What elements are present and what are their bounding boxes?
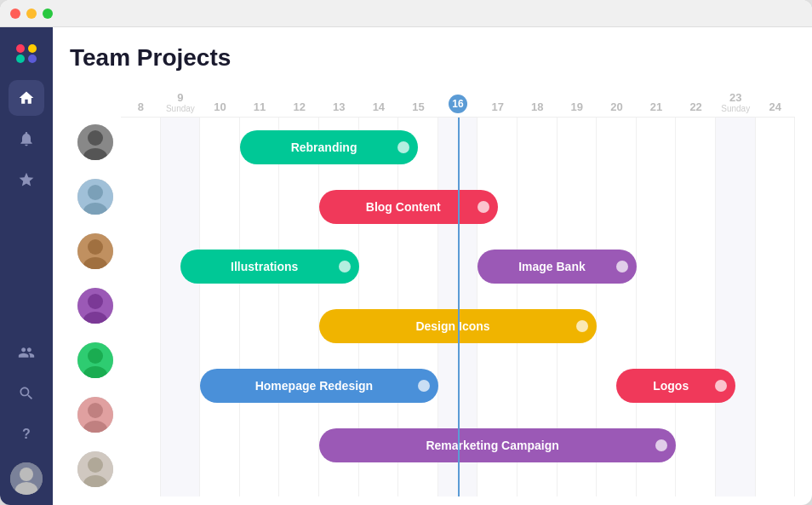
minimize-button[interactable] bbox=[26, 9, 37, 19]
task-dot-rebranding bbox=[397, 141, 409, 153]
timeline-day-23: 23Sunday bbox=[716, 91, 756, 117]
timeline-day-13: 13 bbox=[319, 100, 359, 117]
task-label-rebranding: Rebranding bbox=[291, 141, 357, 154]
sidebar-item-people[interactable] bbox=[9, 335, 44, 370]
task-dot-illustrations bbox=[339, 261, 351, 273]
task-bar-image-bank[interactable]: Image Bank bbox=[477, 250, 636, 284]
today-line bbox=[458, 118, 460, 496]
person-avatar-2 bbox=[77, 179, 113, 215]
task-bar-illustrations[interactable]: Illustrations bbox=[180, 250, 359, 284]
day-number: 20 bbox=[610, 100, 622, 113]
svg-point-5 bbox=[20, 468, 33, 481]
timeline-day-16: 16 bbox=[438, 95, 478, 117]
avatar-cell-6 bbox=[70, 387, 121, 442]
day-number: 17 bbox=[491, 100, 503, 113]
day-number: 19 bbox=[571, 100, 583, 113]
app-window: ? Team Projects bbox=[0, 0, 812, 505]
day-number: 14 bbox=[373, 100, 385, 113]
day-number: 23 bbox=[729, 91, 741, 104]
main-content: Team Projects bbox=[53, 27, 812, 505]
task-bar-logos[interactable]: Logos bbox=[616, 369, 735, 403]
task-dot-remarketing-campaign bbox=[655, 439, 667, 451]
avatar-column bbox=[70, 85, 121, 496]
task-label-homepage-redesign: Homepage Redesign bbox=[255, 379, 373, 393]
user-avatar[interactable] bbox=[10, 462, 43, 495]
task-label-logos: Logos bbox=[653, 379, 689, 393]
sidebar-item-help[interactable]: ? bbox=[9, 416, 44, 452]
person-avatar-1 bbox=[77, 124, 113, 160]
task-label-design-icons: Design Icons bbox=[415, 319, 489, 333]
person-avatar-4 bbox=[77, 288, 113, 324]
svg-point-2 bbox=[16, 55, 25, 63]
timeline-day-17: 17 bbox=[477, 100, 518, 117]
timeline-day-18: 18 bbox=[518, 100, 558, 117]
task-bar-rebranding[interactable]: Rebranding bbox=[240, 130, 419, 164]
svg-point-0 bbox=[16, 44, 25, 53]
avatar-cell-5 bbox=[70, 333, 121, 387]
avatar-cell-2 bbox=[70, 169, 121, 224]
day-number: 24 bbox=[769, 100, 781, 113]
svg-point-26 bbox=[88, 457, 103, 473]
person-avatar-5 bbox=[77, 342, 113, 378]
app-logo[interactable] bbox=[11, 37, 42, 68]
titlebar bbox=[0, 0, 812, 27]
timeline-header: 89Sunday1011121314151617181920212223Sund… bbox=[121, 85, 795, 118]
task-bar-remarketing-campaign[interactable]: Remarketing Campaign bbox=[319, 428, 676, 462]
svg-point-8 bbox=[88, 130, 103, 146]
person-avatar-6 bbox=[77, 397, 113, 433]
sidebar-item-notifications[interactable] bbox=[9, 121, 44, 157]
timeline-day-20: 20 bbox=[597, 100, 637, 117]
app-body: ? Team Projects bbox=[0, 27, 812, 505]
day-number: 10 bbox=[214, 100, 226, 113]
timeline-day-15: 15 bbox=[398, 100, 438, 117]
timeline-day-22: 22 bbox=[676, 100, 716, 117]
day-number: 8 bbox=[138, 100, 144, 113]
avatar-cell-1 bbox=[70, 115, 121, 169]
close-button[interactable] bbox=[10, 9, 20, 19]
timeline-day-12: 12 bbox=[279, 100, 319, 117]
sidebar-item-favorites[interactable] bbox=[9, 162, 44, 198]
task-label-illustrations: Illustrations bbox=[231, 260, 298, 273]
gantt-rows: RebrandingBlog ContentIllustrationsImage… bbox=[121, 118, 795, 496]
maximize-button[interactable] bbox=[43, 9, 53, 19]
timeline-day-10: 10 bbox=[200, 100, 240, 117]
svg-point-11 bbox=[88, 185, 103, 200]
avatar-cell-7 bbox=[70, 442, 121, 496]
timeline-day-8: 8 bbox=[121, 100, 161, 117]
day-label: Sunday bbox=[721, 104, 750, 113]
svg-point-14 bbox=[88, 239, 103, 255]
task-label-blog-content: Blog Content bbox=[366, 200, 441, 214]
day-number: 9 bbox=[177, 91, 183, 104]
day-number: 13 bbox=[333, 100, 345, 113]
day-number: 12 bbox=[293, 100, 305, 113]
person-avatar-3 bbox=[77, 233, 113, 269]
day-number: 16 bbox=[449, 95, 467, 113]
day-number: 22 bbox=[689, 100, 701, 113]
svg-point-20 bbox=[88, 348, 103, 364]
sidebar-item-home[interactable] bbox=[9, 80, 44, 116]
day-number: 18 bbox=[531, 100, 543, 113]
timeline-day-24: 24 bbox=[756, 100, 796, 117]
task-bar-blog-content[interactable]: Blog Content bbox=[319, 190, 498, 224]
sidebar: ? bbox=[0, 27, 53, 505]
day-number: 15 bbox=[412, 100, 424, 113]
timeline-day-9: 9Sunday bbox=[161, 91, 201, 117]
svg-point-3 bbox=[28, 55, 37, 63]
page-title: Team Projects bbox=[70, 44, 795, 72]
day-label: Sunday bbox=[166, 104, 195, 113]
timeline-day-14: 14 bbox=[359, 100, 399, 117]
svg-point-17 bbox=[88, 294, 103, 309]
svg-point-1 bbox=[28, 44, 37, 53]
timeline-day-11: 11 bbox=[240, 100, 280, 117]
avatar-cell-4 bbox=[70, 278, 121, 333]
task-dot-logos bbox=[715, 380, 727, 392]
gantt-chart: 89Sunday1011121314151617181920212223Sund… bbox=[121, 85, 795, 496]
svg-point-23 bbox=[88, 403, 103, 418]
timeline-day-19: 19 bbox=[558, 100, 598, 117]
task-bar-homepage-redesign[interactable]: Homepage Redesign bbox=[200, 369, 438, 403]
task-dot-blog-content bbox=[477, 201, 489, 213]
gantt-container: 89Sunday1011121314151617181920212223Sund… bbox=[70, 85, 795, 496]
task-dot-image-bank bbox=[616, 261, 628, 273]
sidebar-item-search[interactable] bbox=[9, 376, 44, 411]
task-dot-design-icons bbox=[576, 320, 588, 332]
